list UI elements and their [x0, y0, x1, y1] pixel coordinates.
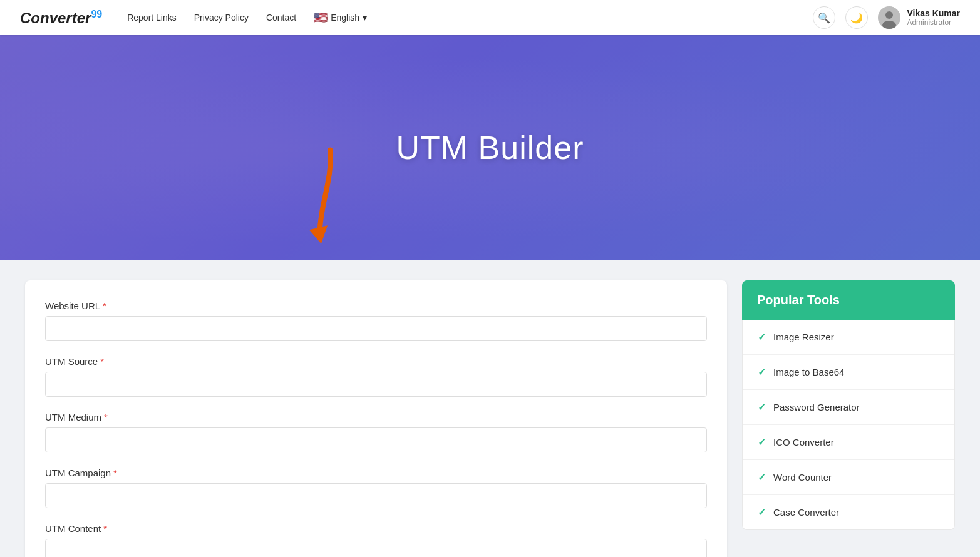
navbar: Converter99 Report Links Privacy Policy …: [0, 0, 980, 35]
required-star: *: [103, 300, 106, 311]
tool-item-word-counter[interactable]: ✓ Word Counter: [743, 460, 954, 495]
navbar-right: 🔍 🌙 Vikas Kumar Administrator: [813, 6, 960, 29]
nav-contact[interactable]: Contact: [266, 13, 296, 23]
check-icon: ✓: [758, 436, 766, 448]
form-group-website-url: Website URL*: [45, 300, 707, 341]
main-content: Website URL* UTM Source* UTM Medium* UTM…: [0, 260, 980, 557]
user-text: Vikas Kumar Administrator: [907, 8, 960, 27]
required-star: *: [104, 412, 108, 422]
hero-banner: UTM Builder: [0, 35, 980, 260]
form-section: Website URL* UTM Source* UTM Medium* UTM…: [25, 280, 727, 557]
check-icon: ✓: [758, 331, 766, 343]
tool-label: Password Generator: [773, 402, 860, 412]
required-star: *: [103, 523, 107, 534]
tool-item-case-converter[interactable]: ✓ Case Converter: [743, 495, 954, 529]
tool-label: Case Converter: [773, 507, 839, 518]
tool-label: Image to Base64: [773, 367, 844, 377]
check-icon: ✓: [758, 401, 766, 413]
input-utm-content[interactable]: [45, 539, 707, 557]
tool-item-password-generator[interactable]: ✓ Password Generator: [743, 390, 954, 425]
search-button[interactable]: 🔍: [813, 6, 835, 29]
flag-icon: 🇺🇸: [314, 11, 328, 24]
user-role: Administrator: [907, 18, 960, 27]
check-icon: ✓: [758, 366, 766, 378]
language-label: English: [331, 13, 359, 23]
check-icon: ✓: [758, 471, 766, 483]
brand-logo[interactable]: Converter99: [20, 9, 102, 27]
svg-marker-3: [309, 225, 331, 245]
nav-report-links[interactable]: Report Links: [127, 13, 177, 23]
brand-text: Converter: [20, 9, 91, 26]
search-icon: 🔍: [818, 12, 830, 24]
dark-mode-toggle[interactable]: 🌙: [845, 6, 868, 29]
nav-privacy-policy[interactable]: Privacy Policy: [194, 13, 249, 23]
nav-links: Report Links Privacy Policy Contact 🇺🇸 E…: [127, 11, 813, 24]
tool-label: Word Counter: [773, 472, 832, 483]
svg-point-1: [885, 11, 893, 19]
popular-tools-list: ✓ Image Resizer ✓ Image to Base64 ✓ Pass…: [742, 320, 955, 530]
tool-item-image-to-base64[interactable]: ✓ Image to Base64: [743, 355, 954, 390]
popular-tools-header: Popular Tools: [742, 280, 955, 320]
avatar: [878, 6, 900, 29]
tool-item-ico-converter[interactable]: ✓ ICO Converter: [743, 425, 954, 460]
label-website-url: Website URL*: [45, 300, 707, 311]
form-group-utm-campaign: UTM Campaign*: [45, 468, 707, 508]
label-utm-source: UTM Source*: [45, 356, 707, 367]
label-utm-campaign: UTM Campaign*: [45, 468, 707, 478]
required-star: *: [100, 356, 104, 367]
input-website-url[interactable]: [45, 316, 707, 341]
tool-item-image-resizer[interactable]: ✓ Image Resizer: [743, 320, 954, 355]
user-name: Vikas Kumar: [907, 8, 960, 18]
form-group-utm-content: UTM Content*: [45, 523, 707, 557]
form-group-utm-source: UTM Source*: [45, 356, 707, 397]
label-utm-medium: UTM Medium*: [45, 412, 707, 422]
sidebar: Popular Tools ✓ Image Resizer ✓ Image to…: [742, 280, 955, 557]
user-info: Vikas Kumar Administrator: [878, 6, 960, 29]
input-utm-medium[interactable]: [45, 427, 707, 452]
language-selector[interactable]: 🇺🇸 English ▾: [314, 11, 367, 24]
label-utm-content: UTM Content*: [45, 523, 707, 534]
input-utm-source[interactable]: [45, 372, 707, 397]
tool-label: Image Resizer: [773, 332, 834, 342]
form-group-utm-medium: UTM Medium*: [45, 412, 707, 452]
required-star: *: [113, 468, 117, 478]
input-utm-campaign[interactable]: [45, 483, 707, 508]
tool-label: ICO Converter: [773, 437, 834, 447]
hero-title: UTM Builder: [396, 129, 584, 166]
check-icon: ✓: [758, 506, 766, 518]
brand-suffix: 99: [91, 9, 102, 19]
chevron-down-icon: ▾: [363, 13, 367, 23]
moon-icon: 🌙: [850, 12, 863, 24]
